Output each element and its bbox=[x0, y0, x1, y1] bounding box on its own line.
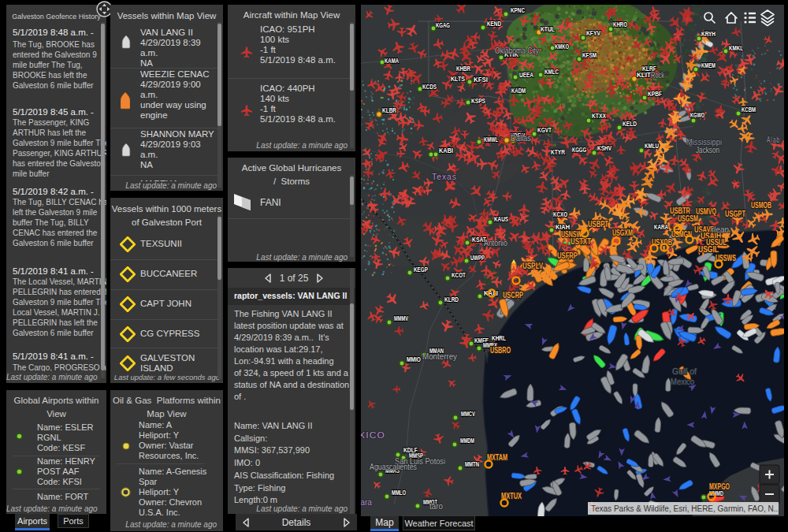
svg-text:KSHV: KSHV bbox=[597, 144, 611, 152]
svg-text:jara: jara bbox=[361, 497, 373, 507]
svg-text:KGWO: KGWO bbox=[690, 111, 704, 119]
svg-text:KFSI: KFSI bbox=[474, 76, 488, 84]
svg-text:KTXX: KTXX bbox=[592, 112, 606, 120]
svg-text:Aguascalientes: Aguascalientes bbox=[370, 462, 417, 471]
svg-text:KHRO: KHRO bbox=[613, 20, 627, 28]
svg-text:KLIT: KLIT bbox=[637, 71, 652, 79]
svg-text:KAMA: KAMA bbox=[385, 57, 399, 65]
svg-text:KGGG: KGGG bbox=[572, 146, 586, 154]
svg-text:USMVQ: USMVQ bbox=[696, 207, 716, 216]
svg-text:MMDM: MMDM bbox=[460, 437, 474, 445]
svg-text:Texas: Texas bbox=[432, 172, 457, 181]
svg-text:USGPT: USGPT bbox=[725, 210, 745, 218]
svg-text:MMCV: MMCV bbox=[461, 410, 475, 418]
svg-text:USBPT: USBPT bbox=[588, 220, 608, 229]
svg-text:KEGP: KEGP bbox=[414, 266, 428, 273]
svg-text:USBRO: USBRO bbox=[490, 346, 511, 355]
svg-text:KFSM: KFSM bbox=[582, 51, 597, 59]
svg-text:KCXO: KCXO bbox=[553, 210, 567, 218]
svg-text:KABI: KABI bbox=[439, 147, 453, 154]
svg-text:KTYR: KTYR bbox=[551, 148, 565, 156]
svg-text:KAUS: KAUS bbox=[494, 215, 508, 223]
svg-text:KARA: KARA bbox=[654, 223, 668, 231]
svg-text:Rock: Rock bbox=[651, 70, 664, 80]
svg-text:USPLV: USPLV bbox=[522, 262, 543, 270]
svg-text:Gulf of: Gulf of bbox=[672, 367, 697, 376]
svg-text:KFYV: KFYV bbox=[586, 29, 600, 37]
svg-text:KADM: KADM bbox=[511, 87, 526, 95]
svg-text:Texas Parks & Wildlife, Esri,: Texas Parks & Wildlife, Esri, HERE, Garm… bbox=[591, 504, 780, 513]
svg-text:Dallas: Dallas bbox=[511, 133, 531, 143]
svg-text:KHBR: KHBR bbox=[456, 65, 470, 73]
svg-text:UEEA: UEEA bbox=[519, 71, 533, 79]
svg-text:USFRP: USFRP bbox=[557, 251, 578, 260]
svg-text:KTUL: KTUL bbox=[541, 25, 555, 33]
svg-text:USGSM: USGSM bbox=[678, 214, 698, 223]
svg-text:KLBR: KLBR bbox=[382, 106, 396, 114]
svg-text:Mississippi: Mississippi bbox=[686, 137, 722, 147]
svg-text:USMOB: USMOB bbox=[751, 201, 771, 210]
svg-text:KEND: KEND bbox=[487, 20, 501, 28]
svg-text:KRYH: KRYH bbox=[701, 30, 716, 38]
svg-text:taro: taro bbox=[429, 501, 443, 511]
svg-text:MMLO: MMLO bbox=[392, 489, 406, 497]
svg-text:USGIL: USGIL bbox=[698, 245, 719, 254]
svg-text:KCBM: KCBM bbox=[742, 106, 756, 113]
svg-text:KMKL: KMKL bbox=[729, 44, 743, 52]
svg-text:KLRD: KLRD bbox=[444, 296, 459, 303]
svg-text:KPNC: KPNC bbox=[511, 6, 525, 14]
svg-text:KELD: KELD bbox=[623, 120, 637, 128]
svg-text:KGAG: KGAG bbox=[436, 21, 450, 29]
svg-text:UWPP: UWPP bbox=[470, 254, 485, 262]
svg-text:MXPGO: MXPGO bbox=[709, 482, 730, 491]
svg-text:USGXM: USGXM bbox=[612, 229, 633, 237]
svg-text:KMEM: KMEM bbox=[701, 61, 716, 69]
svg-text:Mexico: Mexico bbox=[671, 378, 694, 386]
svg-text:USCRP: USCRP bbox=[503, 291, 523, 299]
svg-text:XICO: XICO bbox=[361, 430, 385, 440]
svg-text:Oklahoma City: Oklahoma City bbox=[495, 46, 539, 55]
svg-text:KCDS: KCDS bbox=[422, 83, 437, 91]
svg-text:KMLC: KMLC bbox=[545, 68, 559, 76]
svg-text:Antonio: Antonio bbox=[484, 238, 507, 247]
svg-text:KGVT: KGVT bbox=[537, 126, 552, 134]
svg-text:KMKO: KMKO bbox=[555, 43, 569, 50]
svg-text:MMMV: MMMV bbox=[394, 314, 408, 322]
svg-text:KPBF: KPBF bbox=[648, 90, 662, 98]
svg-text:KLTS: KLTS bbox=[451, 75, 465, 83]
svg-text:KMWL: KMWL bbox=[484, 136, 498, 143]
svg-text:KCOT: KCOT bbox=[452, 271, 466, 279]
svg-text:Monterrey: Monterrey bbox=[422, 352, 457, 361]
svg-text:Alab: Alab bbox=[767, 135, 780, 144]
svg-text:MMIO: MMIO bbox=[407, 355, 421, 363]
svg-text:MMTN: MMTN bbox=[465, 460, 479, 468]
svg-text:KSPS: KSPS bbox=[471, 97, 485, 105]
svg-text:KMLU: KMLU bbox=[645, 142, 659, 150]
svg-text:USTXT: USTXT bbox=[571, 237, 591, 246]
svg-text:rlean: rlean bbox=[712, 225, 729, 234]
